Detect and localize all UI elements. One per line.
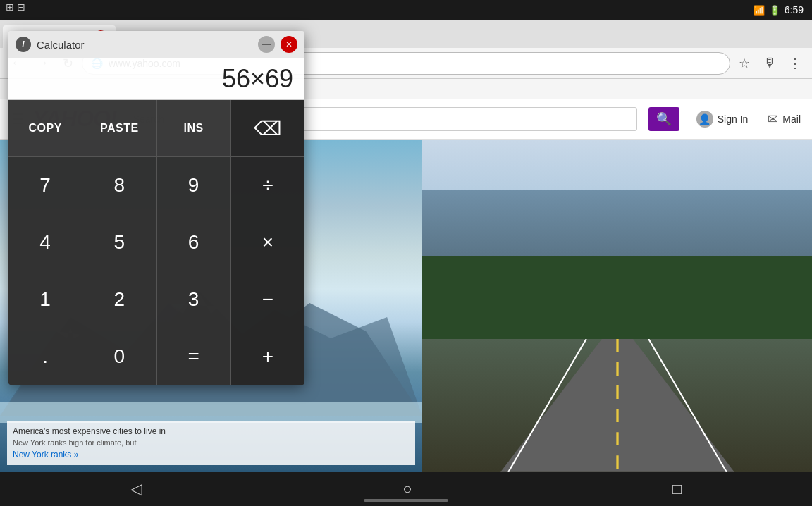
btn-4[interactable]: 4 [8,214,82,271]
home-indicator [364,499,448,502]
calc-title: Calculator [37,39,85,51]
news-overlay: America's most expensive cities to live … [0,414,422,472]
calc-minimize-button[interactable]: — [258,36,275,53]
menu-button[interactable]: ⋮ [784,52,806,75]
calculator: i Calculator — ✕ 56×69 COPY PASTE INS ⌫ … [8,31,304,385]
calc-titlebar: i Calculator — ✕ [8,31,304,58]
calc-close-button[interactable]: ✕ [281,36,297,53]
btn-8[interactable]: 8 [82,157,156,214]
calc-row-2: 7 8 9 ÷ [8,157,304,214]
mail-icon: ✉ [768,111,778,127]
btn-equals[interactable]: = [157,328,231,385]
btn-minus[interactable]: − [231,271,304,328]
btn-decimal[interactable]: . [8,328,82,385]
calc-row-1: COPY PASTE INS ⌫ [8,100,304,157]
calc-display-value: 56×69 [222,64,293,94]
btn-0[interactable]: 0 [82,328,156,385]
top-left-icons: ⊞ ⊟ [6,1,25,13]
nav-bar: ◁ ○ □ [0,472,812,506]
paste-button[interactable]: PASTE [82,100,156,156]
back-nav-button[interactable]: ◁ [113,474,159,504]
calc-row-4: 1 2 3 − [8,271,304,328]
menu-icon: ⊟ [17,1,25,13]
news-link[interactable]: New York ranks » [13,450,78,459]
calc-row-3: 4 5 6 × [8,214,304,271]
copy-button[interactable]: COPY [8,100,82,156]
svg-marker-4 [500,339,734,472]
news-subtext: New York ranks high for climate, but [13,438,136,447]
user-icon: 👤 [696,111,713,128]
btn-5[interactable]: 5 [82,214,156,271]
grid-icon: ⊞ [6,1,14,13]
btn-2[interactable]: 2 [82,271,156,328]
btn-divide[interactable]: ÷ [231,157,304,214]
status-time: 6:59 [785,4,804,16]
calc-info-icon: i [16,37,31,52]
btn-1[interactable]: 1 [8,271,82,328]
mic-button[interactable]: 🎙 [758,52,781,75]
recents-nav-button[interactable]: □ [656,474,699,504]
yahoo-search-button[interactable]: 🔍 [648,107,679,131]
mail-label: Mail [782,113,801,125]
btn-9[interactable]: 9 [157,157,231,214]
calc-buttons: COPY PASTE INS ⌫ 7 8 9 ÷ 4 5 6 × 1 2 3 −… [8,100,304,385]
tree-line [422,256,812,339]
backspace-button[interactable]: ⌫ [231,100,304,156]
btn-7[interactable]: 7 [8,157,82,214]
yahoo-signin[interactable]: 👤 Sign In [696,111,749,128]
btn-plus[interactable]: + [231,328,304,385]
status-icons: 📶 🔋 6:59 [753,4,804,16]
calc-row-5: . 0 = + [8,328,304,385]
road-svg [500,339,734,472]
yahoo-mail[interactable]: ✉ Mail [768,111,801,127]
status-bar: ⊞ ⊟ 📶 🔋 6:59 [0,0,812,20]
news-text: America's most expensive cities to live … [7,421,415,465]
wifi-icon: 📶 [753,5,765,16]
signin-label: Sign In [718,113,749,125]
ins-button[interactable]: INS [157,100,231,156]
btn-6[interactable]: 6 [157,214,231,271]
btn-3[interactable]: 3 [157,271,231,328]
scenic-right-image [422,140,812,472]
battery-icon: 🔋 [769,5,780,16]
btn-multiply[interactable]: × [231,214,304,271]
search-icon: 🔍 [656,111,672,127]
calc-display: 56×69 [8,58,304,100]
bookmark-button[interactable]: ☆ [733,52,756,75]
